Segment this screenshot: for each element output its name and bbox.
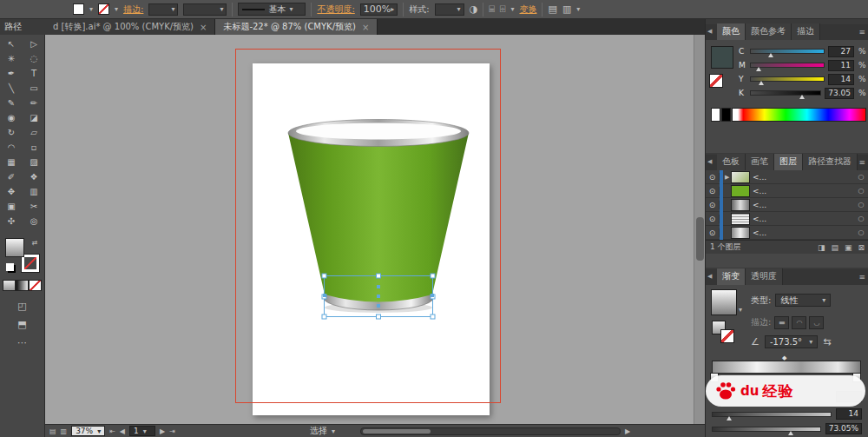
layer-target-icon[interactable]: ○ bbox=[856, 215, 866, 222]
canvas[interactable] bbox=[45, 35, 705, 424]
slider-thumb[interactable] bbox=[756, 67, 761, 71]
panel-menu-icon[interactable]: ≡ bbox=[858, 158, 865, 167]
screen-mode-icon[interactable]: ⬒ bbox=[17, 319, 26, 330]
pasteboard-icon[interactable]: ▤ bbox=[49, 427, 56, 435]
zoom-dropdown[interactable]: 37% ▾ bbox=[71, 426, 105, 436]
layer-label[interactable]: <... bbox=[753, 187, 856, 195]
stroke-caret-icon[interactable]: ▾ bbox=[115, 5, 118, 13]
channel-slider[interactable] bbox=[751, 63, 824, 67]
gradient-type-dropdown[interactable]: 线性 ▾ bbox=[775, 294, 831, 307]
stroke-gradient-across-icon[interactable]: ◡ bbox=[810, 317, 823, 328]
zoom-tool[interactable]: ◎ bbox=[23, 214, 45, 228]
next-artboard-icon[interactable]: ▶ bbox=[160, 427, 165, 435]
stroke-width-dropdown[interactable]: ▾ bbox=[148, 3, 178, 16]
gradient-angle-dropdown[interactable]: -173.5° ▾ bbox=[765, 335, 818, 348]
make-mask-icon[interactable]: ◨ bbox=[818, 243, 825, 252]
layer-thumbnail[interactable] bbox=[732, 200, 749, 210]
delete-layer-icon[interactable]: ⊠ bbox=[858, 243, 865, 252]
layer-target-icon[interactable]: ○ bbox=[856, 187, 866, 195]
blend-tool[interactable]: ❖ bbox=[23, 169, 45, 184]
last-artboard-icon[interactable]: ⇥ bbox=[169, 427, 175, 435]
layer-expander-icon[interactable]: ▶ bbox=[725, 174, 732, 181]
width-tool[interactable]: ◠ bbox=[0, 140, 23, 155]
close-tab-icon[interactable]: × bbox=[200, 23, 207, 32]
tab-color-guide[interactable]: 颜色参考 bbox=[746, 23, 792, 40]
visibility-eye-icon[interactable]: ⊙ bbox=[706, 215, 720, 223]
horizontal-scrollbar-thumb[interactable] bbox=[363, 429, 431, 434]
caret-down-icon[interactable]: ▾ bbox=[576, 5, 580, 13]
stroke-color-indicator[interactable] bbox=[98, 3, 109, 15]
mesh-tool[interactable]: ▦ bbox=[0, 155, 23, 169]
channel-value-box[interactable]: 14 bbox=[828, 74, 854, 85]
layer-row[interactable]: ⊙<...○ bbox=[706, 184, 868, 198]
pages-icon[interactable]: ▥ bbox=[61, 427, 68, 435]
color-swatch[interactable] bbox=[712, 47, 733, 68]
transform-link[interactable]: 变换 bbox=[519, 3, 536, 16]
layer-row[interactable]: ⊙<...○ bbox=[706, 212, 868, 226]
vertical-scrollbar-thumb[interactable] bbox=[696, 217, 704, 261]
layer-row[interactable]: ⊙<...○ bbox=[706, 226, 868, 240]
channel-value-box[interactable]: 27 bbox=[828, 46, 854, 57]
vertical-scrollbar[interactable] bbox=[694, 35, 705, 424]
channel-slider[interactable] bbox=[751, 91, 820, 95]
rectangle-tool[interactable]: ▭ bbox=[23, 81, 45, 96]
stroke-none-swatch[interactable] bbox=[710, 75, 722, 87]
rotate-tool[interactable]: ↻ bbox=[0, 125, 23, 140]
recolor-artwork-icon[interactable]: ◑ bbox=[470, 3, 478, 15]
reverse-gradient-icon[interactable]: ⇆ bbox=[823, 336, 831, 348]
layer-row[interactable]: ⊙<...○ bbox=[706, 198, 868, 212]
layer-thumbnail[interactable] bbox=[732, 172, 749, 182]
swap-fill-stroke-icon[interactable]: ⇄ bbox=[32, 239, 38, 247]
close-tab-icon[interactable]: × bbox=[362, 23, 369, 32]
first-artboard-icon[interactable]: ⇤ bbox=[109, 427, 115, 435]
new-layer-icon[interactable]: ▣ bbox=[845, 243, 852, 252]
width-profile-dropdown[interactable]: 基本 ▾ bbox=[238, 3, 306, 16]
document-tab-active[interactable]: 未标题-22* @ 87% (CMYK/预览) × bbox=[215, 19, 378, 35]
style-dropdown[interactable]: ▾ bbox=[435, 3, 464, 16]
free-transform-tool[interactable]: ▫ bbox=[23, 140, 45, 155]
stroke-gradient-within-icon[interactable]: ▬ bbox=[775, 317, 788, 328]
visibility-eye-icon[interactable]: ⊙ bbox=[706, 201, 720, 209]
layer-thumbnail[interactable] bbox=[732, 214, 749, 224]
eyedropper-tool[interactable]: ✐ bbox=[0, 169, 23, 184]
prev-artboard-icon[interactable]: ◀ bbox=[120, 427, 125, 435]
stroke-gradient-along-icon[interactable]: ◠ bbox=[792, 317, 806, 328]
arrange-icon[interactable]: ▥ bbox=[562, 3, 571, 15]
selection-tool[interactable]: ↖ bbox=[0, 36, 23, 51]
direct-selection-tool[interactable]: ▷ bbox=[23, 36, 45, 51]
white-swatch[interactable] bbox=[712, 109, 720, 121]
tab-stroke[interactable]: 描边 bbox=[792, 23, 820, 40]
align-icon[interactable]: ⌸ bbox=[489, 3, 495, 15]
panel-menu-icon[interactable]: ≡ bbox=[858, 28, 865, 36]
tab-brushes[interactable]: 画笔 bbox=[746, 154, 774, 170]
slider-thumb[interactable] bbox=[788, 431, 793, 435]
channel-slider[interactable] bbox=[751, 77, 824, 81]
gradient-mode-button[interactable] bbox=[16, 281, 28, 290]
layer-target-icon[interactable]: ○ bbox=[856, 173, 866, 181]
layer-label[interactable]: <... bbox=[753, 173, 856, 182]
distribute-icon[interactable]: ⌹ bbox=[500, 3, 506, 15]
layer-row[interactable]: ⊙▶<...○ bbox=[706, 170, 868, 184]
more-tools-icon[interactable]: ⋯ bbox=[17, 337, 27, 348]
paintbrush-tool[interactable]: ✎ bbox=[0, 96, 23, 110]
color-spectrum-bar[interactable] bbox=[733, 109, 865, 121]
tab-gradient[interactable]: 渐变 bbox=[717, 268, 746, 285]
fill-color-indicator[interactable] bbox=[73, 3, 84, 15]
tab-color[interactable]: 颜色 bbox=[717, 23, 746, 40]
default-fill-stroke-icon[interactable] bbox=[6, 263, 14, 271]
hand-tool[interactable]: ✣ bbox=[0, 214, 23, 228]
eraser-tool[interactable]: ◪ bbox=[23, 110, 45, 125]
stroke-swatch[interactable] bbox=[22, 255, 39, 272]
black-swatch[interactable] bbox=[722, 109, 730, 121]
layer-thumbnail[interactable] bbox=[732, 228, 749, 238]
collapse-panel-icon[interactable]: ◀ bbox=[707, 158, 712, 165]
tab-pathfinder[interactable]: 路径查找器 bbox=[803, 154, 858, 170]
symbol-sprayer-tool[interactable]: ✥ bbox=[0, 184, 23, 199]
stroke-label[interactable]: 描边: bbox=[123, 3, 143, 16]
layer-target-icon[interactable]: ○ bbox=[856, 201, 866, 209]
new-sublayer-icon[interactable]: ▤ bbox=[831, 243, 838, 252]
type-tool[interactable]: T bbox=[23, 66, 45, 81]
status-caret-icon[interactable]: ▾ bbox=[332, 427, 335, 435]
layer-label[interactable]: <... bbox=[753, 215, 856, 223]
brush-definition-dropdown[interactable]: ▾ bbox=[183, 3, 227, 16]
